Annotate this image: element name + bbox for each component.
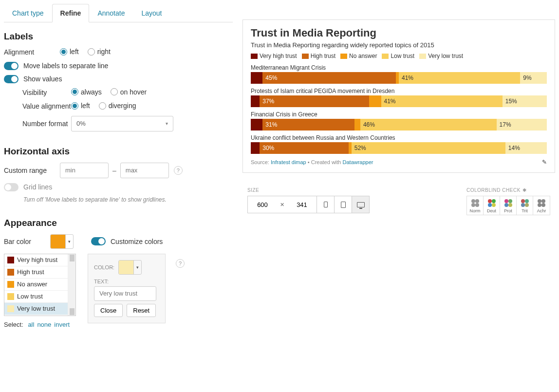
scrollbar[interactable] [68,254,75,316]
select-all[interactable]: all [28,321,34,328]
edit-icon[interactable]: ✎ [542,159,547,166]
radio-right[interactable]: right [88,48,111,56]
category-list[interactable]: Very high trustHigh trustNo answerLow tr… [4,254,76,316]
svg-point-14 [521,203,525,207]
source-link[interactable]: Infratest dimap [271,159,306,165]
tool-link[interactable]: Datawrapper [343,159,373,165]
svg-point-7 [492,203,496,207]
color-edit-panel: ? COLOR: ▾ TEXT: Close Reset [88,254,166,323]
colorblind-trit[interactable]: Trit [517,196,533,215]
chart-legend: Very high trustHigh trustNo answerLow tr… [251,53,547,59]
svg-point-16 [538,199,541,203]
category-item[interactable]: High trust [4,266,75,279]
person-icon: ✱ [522,187,527,193]
customize-colors-label: Customize colors [111,238,163,245]
tab-refine[interactable]: Refine [52,4,90,22]
svg-point-13 [525,199,529,203]
radio-always[interactable]: always [71,88,102,96]
svg-point-8 [504,199,508,203]
select-invert[interactable]: invert [54,321,70,328]
svg-point-10 [504,203,508,207]
svg-point-3 [475,203,479,207]
bar-color-button[interactable]: ▾ [50,234,74,249]
colorblind-prot[interactable]: Prot [500,196,517,215]
legend-item: No answer [340,53,377,59]
svg-point-19 [541,203,545,207]
radio-left[interactable]: left [71,102,90,110]
svg-point-17 [541,199,545,203]
category-item[interactable]: No answer [4,279,75,291]
tab-layout[interactable]: Layout [133,4,170,22]
svg-point-12 [521,199,525,203]
customize-colors-toggle[interactable] [91,237,106,245]
bar-color-label: Bar color [4,238,50,245]
custom-range-label: Custom range [4,167,60,174]
radio-diverging[interactable]: diverging [99,102,136,110]
range-max-input[interactable] [120,163,169,178]
gridlines-toggle [4,183,19,191]
legend-item: Low trust [382,53,414,59]
height-input[interactable] [287,196,317,213]
legend-item: Very low trust [419,53,463,59]
radio-on-hover[interactable]: on hover [111,88,147,96]
labels-heading: Labels [4,31,233,42]
category-item[interactable]: Very high trust [4,254,75,266]
show-values-label: Show values [23,75,62,83]
svg-point-1 [475,199,479,203]
show-values-toggle[interactable] [4,75,19,83]
editor-tabs: Chart typeRefineAnnotateLayout [4,4,233,22]
range-min-input[interactable] [60,163,109,178]
range-help-icon[interactable]: ? [174,166,183,175]
category-text-input[interactable] [94,286,156,301]
desktop-preview-button[interactable] [352,196,369,213]
times-icon: ✕ [277,202,287,208]
chart-source: Source: Infratest dimap • Created with D… [251,159,547,166]
appearance-heading: Appearance [4,218,233,228]
chart-title: Trust in Media Reporting [251,27,547,39]
colorblind-deut[interactable]: Deut [484,196,500,215]
select-none[interactable]: none [37,321,51,328]
visibility-label: Visibility [22,89,71,96]
color-field-label: COLOR: [94,264,118,270]
bar-row: Mediterranean Migrant Crisis45%41%9% [251,64,547,84]
colorblind-achr[interactable]: Achr [533,196,550,215]
tablet-preview-button[interactable] [334,196,352,213]
color-help-icon[interactable]: ? [176,259,185,268]
alignment-label: Alignment [4,48,60,56]
bar-row: Protests of Islam critical PEGIDA moveme… [251,88,547,107]
svg-point-0 [471,199,475,203]
haxis-heading: Horizontal axis [4,146,233,157]
number-format-select[interactable]: 0% [71,116,173,131]
svg-point-11 [508,203,512,207]
svg-point-5 [492,199,496,203]
colorblind-label: COLORBLIND CHECK [466,187,521,193]
chart-preview: Trust in Media Reporting Trust in Media … [242,19,555,173]
bar-row: Financial Crisis in Greece31%46%17% [251,111,547,131]
svg-point-6 [488,203,492,207]
value-align-label: Value alignment [22,102,71,110]
gridlines-label: Grid lines [23,183,52,191]
move-labels-label: Move labels to separate line [23,62,108,70]
svg-point-15 [525,203,529,207]
select-label: Select: [4,321,23,328]
reset-button[interactable]: Reset [127,304,156,317]
gridlines-hint: Turn off 'Move labels to separate line' … [23,196,233,203]
text-field-label: TEXT: [94,279,118,284]
tab-chart-type[interactable]: Chart type [4,4,52,22]
move-labels-toggle[interactable] [4,62,19,70]
svg-point-2 [471,203,475,207]
radio-left[interactable]: left [60,48,79,56]
close-button[interactable]: Close [94,304,123,317]
category-item[interactable]: Low trust [4,291,75,303]
tab-annotate[interactable]: Annotate [89,4,133,22]
svg-point-18 [538,203,541,207]
colorblind-norm[interactable]: Norm [467,196,484,215]
size-label: SIZE [247,187,370,193]
svg-point-4 [488,199,492,203]
category-color-button[interactable]: ▾ [118,260,142,275]
mobile-preview-button[interactable] [317,196,334,213]
number-format-label: Number format [22,120,71,128]
bar-row: Ukraine conflict between Russia and West… [251,134,547,154]
category-item[interactable]: Very low trust [4,303,75,315]
width-input[interactable] [248,196,277,213]
